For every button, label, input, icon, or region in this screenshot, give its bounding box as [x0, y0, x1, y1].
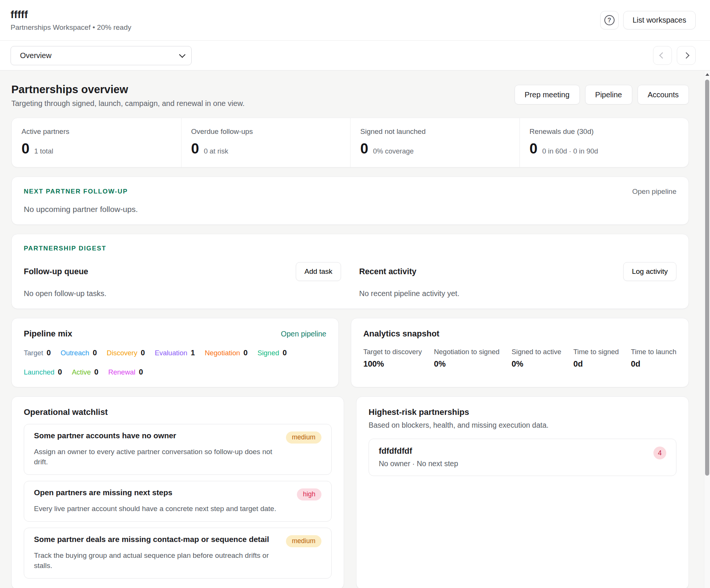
metric-time-to-launch: Time to launch 0d	[631, 348, 676, 369]
view-selector-value: Overview	[20, 51, 51, 60]
page-head: Partnerships overview Targeting through …	[11, 83, 689, 108]
log-activity-button[interactable]: Log activity	[623, 262, 676, 281]
metric-value: 0%	[434, 359, 499, 369]
scrollbar[interactable]	[704, 71, 710, 588]
list-workspaces-button[interactable]: List workspaces	[623, 11, 696, 29]
scroll-up-arrow-icon[interactable]	[705, 73, 709, 76]
stat-renewals-due: Renewals due (30d) 0 0 in 60d · 0 in 90d	[519, 118, 689, 167]
risk-score-badge: 4	[653, 447, 666, 459]
scrollbar-thumb[interactable]	[705, 80, 709, 476]
metric-value: 100%	[363, 359, 422, 369]
next-view-button[interactable]	[677, 46, 696, 65]
page-head-text: Partnerships overview Targeting through …	[11, 83, 244, 108]
stage-label: Discovery	[107, 349, 137, 357]
stage-value: 0	[94, 368, 98, 376]
header-actions: ? List workspaces	[600, 11, 696, 29]
stage-evaluation: Evaluation 1	[155, 349, 195, 357]
add-task-button[interactable]: Add task	[296, 262, 341, 281]
highest-risk-title: Highest-risk partnerships	[369, 407, 676, 417]
severity-badge: medium	[286, 431, 321, 444]
watchlist-item-title: Open partners are missing next steps	[34, 488, 172, 497]
recent-activity-column: Recent activity Log activity No recent p…	[359, 262, 676, 298]
stage-label: Outreach	[61, 349, 89, 357]
risk-partnership-row[interactable]: fdfdfdfdf No owner · No next step 4	[369, 439, 676, 476]
stage-renewal: Renewal 0	[108, 368, 143, 376]
stage-label: Renewal	[108, 368, 135, 376]
analytics-title: Analytics snapshot	[363, 329, 676, 339]
stat-detail: 0 at risk	[204, 147, 228, 155]
watchlist-item-title: Some partner accounts have no owner	[34, 431, 176, 440]
stage-signed: Signed 0	[257, 349, 287, 357]
metric-label: Time to launch	[631, 348, 676, 356]
watchlist-item: Open partners are missing next steps hig…	[24, 481, 332, 522]
overview-page: Partnerships overview Targeting through …	[0, 71, 710, 588]
view-pager	[653, 46, 696, 65]
stage-value: 0	[139, 368, 143, 376]
chevron-left-icon	[659, 52, 666, 59]
metric-label: Negotiation to signed	[434, 348, 499, 356]
stage-value: 0	[58, 368, 62, 376]
stage-launched: Launched 0	[24, 368, 62, 376]
help-button[interactable]: ?	[600, 11, 619, 29]
stat-active-partners: Active partners 0 1 total	[12, 118, 181, 167]
stage-active: Active 0	[72, 368, 98, 376]
followup-queue-empty: No open follow-up tasks.	[24, 289, 341, 298]
workspace-title-block: fffff Partnerships Workspacef • 20% read…	[11, 9, 131, 32]
stage-target: Target 0	[24, 349, 51, 357]
stage-list: Target 0 Outreach 0 Discovery 0 Evaluati…	[24, 349, 326, 376]
metric-label: Time to signed	[573, 348, 619, 356]
page-actions: Prep meeting Pipeline Accounts	[515, 85, 689, 104]
page-subtitle: Targeting through signed, launch, campai…	[11, 99, 244, 108]
stat-value: 0	[530, 141, 538, 157]
stat-signed-not-launched: Signed not launched 0 0% coverage	[350, 118, 519, 167]
stage-label: Launched	[24, 368, 54, 376]
partnership-digest-card: PARTNERSHIP DIGEST Follow-up queue Add t…	[11, 234, 689, 309]
metric-list: Target to discovery 100% Negotiation to …	[363, 348, 676, 369]
open-pipeline-link[interactable]: Open pipeline	[281, 330, 326, 338]
recent-activity-empty: No recent pipeline activity yet.	[359, 289, 676, 298]
stat-value: 0	[191, 141, 199, 157]
stat-detail: 1 total	[34, 147, 53, 155]
watchlist-item-title: Some partner deals are missing contact-m…	[34, 535, 269, 544]
watchlist-title: Operational watchlist	[24, 407, 332, 417]
stat-label: Active partners	[22, 127, 171, 136]
stat-value: 0	[360, 141, 368, 157]
highest-risk-card: Highest-risk partnerships Based on block…	[356, 396, 689, 588]
stage-label: Target	[24, 349, 43, 357]
view-toolbar: Overview	[0, 41, 710, 71]
followup-queue-title: Follow-up queue	[24, 267, 88, 276]
watchlist-item: Some partner accounts have no owner medi…	[24, 424, 332, 475]
watchlist-item-description: Every live partner account should have a…	[34, 504, 321, 514]
metric-time-to-signed: Time to signed 0d	[573, 348, 619, 369]
analytics-snapshot-card: Analytics snapshot Target to discovery 1…	[351, 318, 689, 387]
stage-label: Negotiation	[205, 349, 240, 357]
watchlist-item-description: Assign an owner to every active partner …	[34, 447, 321, 467]
watchlist-item-description: Track the buying group and actual sequen…	[34, 550, 321, 571]
metric-label: Target to discovery	[363, 348, 422, 356]
accounts-button[interactable]: Accounts	[638, 85, 689, 104]
next-followup-heading: NEXT PARTNER FOLLOW-UP	[24, 188, 128, 195]
next-followup-card: NEXT PARTNER FOLLOW-UP Open pipeline No …	[11, 177, 689, 225]
pipeline-button[interactable]: Pipeline	[585, 85, 632, 104]
stat-value: 0	[22, 141, 29, 157]
prev-view-button[interactable]	[653, 46, 672, 65]
watchlist-item: Some partner deals are missing contact-m…	[24, 528, 332, 579]
prep-meeting-button[interactable]: Prep meeting	[515, 85, 580, 104]
stat-label: Renewals due (30d)	[530, 127, 678, 136]
chevron-down-icon	[179, 51, 186, 58]
metric-value: 0%	[512, 359, 561, 369]
metric-signed-to-active: Signed to active 0%	[512, 348, 561, 369]
risk-partner-detail: No owner · No next step	[379, 459, 458, 468]
workspace-title: fffff	[11, 9, 131, 21]
stat-detail: 0 in 60d · 0 in 90d	[542, 147, 598, 155]
open-pipeline-link[interactable]: Open pipeline	[632, 187, 676, 196]
stage-value: 0	[93, 349, 97, 357]
stage-negotiation: Negotiation 0	[205, 349, 248, 357]
chevron-right-icon	[683, 52, 690, 59]
metric-value: 0d	[573, 359, 619, 369]
pipeline-mix-title: Pipeline mix	[24, 329, 72, 339]
stage-value: 0	[243, 349, 247, 357]
view-selector[interactable]: Overview	[11, 46, 192, 65]
workspace-header: fffff Partnerships Workspacef • 20% read…	[0, 0, 710, 41]
page-title: Partnerships overview	[11, 83, 244, 96]
